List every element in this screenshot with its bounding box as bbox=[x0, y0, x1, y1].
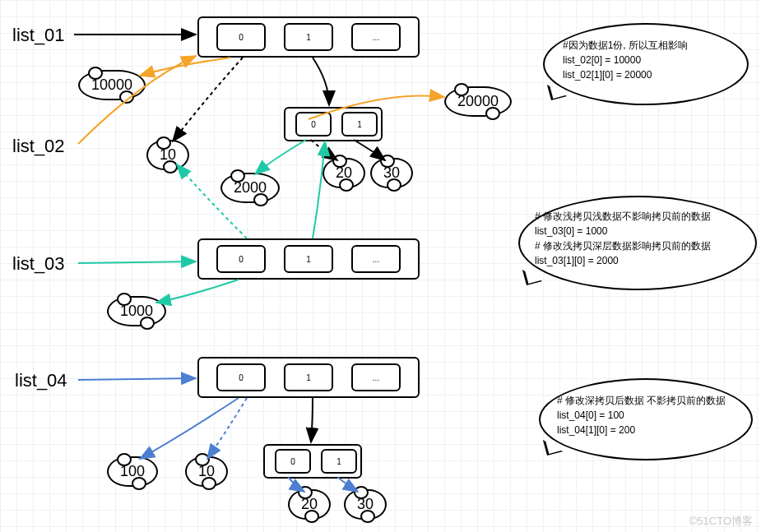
speech2-line1: # 修改浅拷贝浅数据不影响拷贝前的数据 bbox=[535, 209, 740, 224]
cloud-1000: 1000 bbox=[107, 296, 166, 326]
cell-sub4-1: 1 bbox=[321, 449, 357, 474]
cell-l4-1: 1 bbox=[284, 363, 333, 391]
listbox-sub4: 0 1 bbox=[263, 444, 362, 479]
speech-list02: #因为数据1份, 所以互相影响 list_02[0] = 10000 list_… bbox=[543, 23, 749, 105]
cell-l4-0: 0 bbox=[216, 363, 266, 391]
cell-l3-2: ... bbox=[351, 245, 401, 273]
cell-l4-2: ... bbox=[351, 363, 401, 391]
speech1-line1: #因为数据1份, 所以互相影响 bbox=[563, 38, 729, 53]
cloud-2000: 2000 bbox=[220, 173, 280, 203]
cloud-30a: 30 bbox=[370, 158, 413, 188]
listbox-sub1: 0 1 bbox=[284, 107, 383, 141]
watermark: ©51CTO博客 bbox=[689, 514, 753, 529]
svg-line-1 bbox=[78, 261, 196, 263]
cloud-100: 100 bbox=[107, 456, 158, 487]
speech-list04: # 修改深拷贝后数据 不影拷贝前的数据 list_04[0] = 100 lis… bbox=[539, 378, 753, 460]
speech1-line2: list_02[0] = 10000 bbox=[563, 53, 729, 67]
label-list01: list_01 bbox=[12, 25, 65, 46]
cell-sub1-0: 0 bbox=[295, 112, 332, 136]
cell-sub1-1: 1 bbox=[341, 112, 378, 136]
label-list02: list_02 bbox=[12, 136, 65, 157]
svg-line-2 bbox=[78, 378, 196, 380]
cell-l3-1: 1 bbox=[284, 245, 333, 273]
cell-top-0: 0 bbox=[216, 23, 266, 51]
listbox-l4: 0 1 ... bbox=[197, 357, 420, 398]
label-list04: list_04 bbox=[15, 370, 67, 391]
listbox-top: 0 1 ... bbox=[197, 16, 420, 58]
speech1-line3: list_02[1][0] = 20000 bbox=[563, 67, 729, 82]
cloud-20b: 20 bbox=[288, 489, 331, 520]
cloud-30b: 30 bbox=[344, 489, 387, 520]
cell-sub4-0: 0 bbox=[275, 449, 311, 474]
cloud-10b: 10 bbox=[185, 456, 228, 487]
speech3-line1: # 修改深拷贝后数据 不影拷贝前的数据 bbox=[557, 393, 735, 408]
cloud-20000: 20000 bbox=[444, 86, 512, 117]
speech-list03: # 修改浅拷贝浅数据不影响拷贝前的数据 list_03[0] = 1000 # … bbox=[518, 196, 757, 290]
label-list03: list_03 bbox=[12, 253, 65, 275]
cell-l3-0: 0 bbox=[216, 245, 266, 273]
speech2-line2: list_03[0] = 1000 bbox=[535, 224, 740, 238]
speech3-line3: list_04[1][0] = 200 bbox=[557, 423, 735, 437]
cell-top-2: ... bbox=[351, 23, 401, 51]
cloud-20a: 20 bbox=[322, 158, 365, 188]
cloud-10000: 10000 bbox=[78, 70, 146, 100]
cloud-10a: 10 bbox=[146, 140, 189, 170]
speech3-line2: list_04[0] = 100 bbox=[557, 408, 735, 423]
listbox-l3: 0 1 ... bbox=[197, 238, 420, 280]
speech2-line3: # 修改浅拷贝深层数据影响拷贝前的数据 bbox=[535, 238, 740, 253]
cell-top-1: 1 bbox=[284, 23, 333, 51]
speech2-line4: list_03[1][0] = 2000 bbox=[535, 253, 740, 268]
